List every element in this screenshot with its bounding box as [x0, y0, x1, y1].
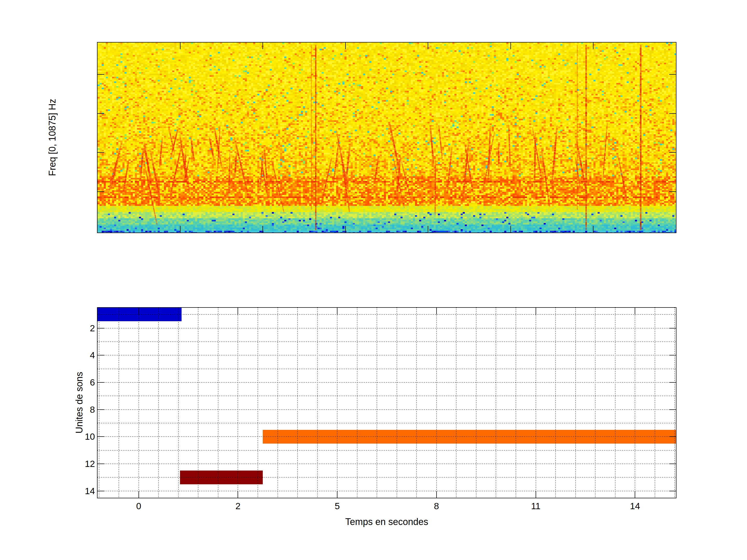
spectrogram-y-tick	[98, 74, 104, 75]
spectrogram-x-tick	[593, 43, 593, 49]
spectrogram-x-tick	[345, 43, 346, 49]
timeline-y-tick	[669, 328, 676, 328]
y-tick-label: 14	[72, 486, 95, 496]
timeline-x-tick	[337, 491, 337, 498]
spectrogram-y-tick	[98, 113, 104, 114]
timeline-y-tick	[98, 382, 104, 383]
spectrogram-x-tick	[180, 43, 181, 49]
spectrogram-panel	[97, 42, 676, 233]
spectrogram-ylabel: Freq [0, 10875] Hz	[47, 99, 58, 176]
spectrogram-x-tick	[262, 226, 263, 233]
spectrogram-y-tick	[98, 191, 104, 192]
timeline-y-tick	[98, 409, 104, 410]
spectrogram-x-tick	[262, 43, 263, 49]
x-tick-label: 0	[123, 501, 154, 511]
y-tick-label: 2	[72, 323, 95, 334]
spectrogram-y-tick	[669, 113, 676, 114]
timeline-x-tick	[337, 308, 337, 315]
timeline-y-tick	[669, 491, 676, 491]
x-tick-label: 5	[321, 501, 353, 511]
timeline-xlabel: Temps en secondes	[345, 516, 428, 527]
spectrogram-x-tick	[511, 43, 511, 49]
timeline-y-tick	[669, 355, 676, 355]
spectrogram-ticks	[98, 43, 676, 233]
timeline-y-tick	[98, 355, 104, 355]
spectrogram-x-tick	[593, 226, 593, 233]
spectrogram-y-tick	[669, 191, 676, 192]
timeline-y-tick	[669, 409, 676, 410]
timeline-x-tick	[138, 491, 139, 498]
timeline-x-tick	[238, 491, 238, 498]
y-tick-label: 4	[72, 350, 95, 361]
timeline-y-tick	[669, 463, 676, 464]
timeline-x-tick	[635, 308, 635, 315]
timeline-x-tick	[436, 491, 437, 498]
timeline-y-tick	[669, 436, 676, 437]
timeline-y-tick	[98, 328, 104, 328]
x-tick-label: 2	[222, 501, 253, 511]
x-tick-label: 8	[421, 501, 452, 511]
timeline-x-tick	[138, 308, 139, 315]
spectrogram-y-tick	[669, 152, 676, 153]
timeline-ticks	[98, 308, 676, 498]
timeline-y-tick	[98, 463, 104, 464]
x-tick-label: 11	[520, 501, 551, 511]
timeline-panel	[97, 307, 676, 498]
spectrogram-x-tick	[428, 226, 428, 233]
spectrogram-x-tick	[180, 226, 181, 233]
figure: Freq [0, 10875] Hz 2468101214 02581114 U…	[0, 0, 747, 560]
spectrogram-y-tick	[669, 74, 676, 75]
timeline-x-tick	[238, 308, 238, 315]
timeline-y-tick	[98, 436, 104, 437]
spectrogram-x-tick	[345, 226, 346, 233]
timeline-x-tick	[536, 308, 536, 315]
timeline-y-tick	[669, 382, 676, 383]
y-tick-label: 12	[72, 459, 95, 469]
timeline-x-tick	[436, 308, 437, 315]
spectrogram-y-tick	[98, 152, 104, 153]
timeline-y-tick	[98, 491, 104, 491]
x-tick-label: 14	[619, 501, 650, 511]
spectrogram-x-tick	[511, 226, 511, 233]
spectrogram-x-tick	[428, 43, 428, 49]
timeline-ylabel: Unites de sons	[74, 372, 85, 433]
timeline-x-tick	[536, 491, 536, 498]
timeline-x-tick	[635, 491, 635, 498]
